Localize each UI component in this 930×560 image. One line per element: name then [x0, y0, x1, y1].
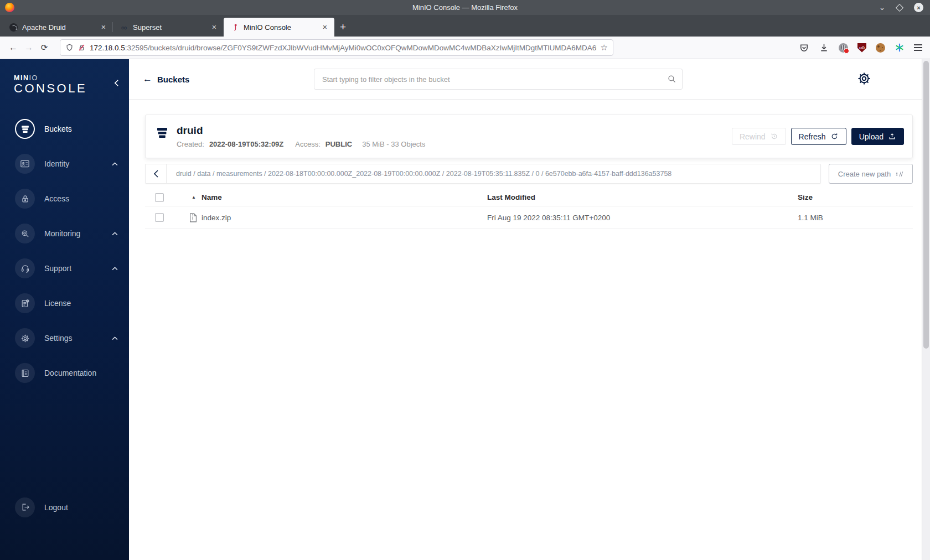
page-header: ← Buckets	[129, 59, 930, 100]
lock-icon	[15, 189, 35, 209]
bucket-summary-card: druid Created: 2022-08-19T05:32:09Z Acce…	[145, 115, 913, 158]
tab-close-icon[interactable]: ×	[100, 23, 107, 32]
select-all-checkbox[interactable]	[155, 193, 164, 202]
back-arrow-icon: ←	[143, 74, 152, 85]
object-filter	[314, 69, 683, 90]
sidebar-item-label: Support	[44, 264, 71, 273]
upload-button[interactable]: Upload	[851, 128, 904, 145]
support-headset-icon	[15, 258, 35, 278]
table-row[interactable]: index.zip Fri Aug 19 2022 08:35:11 GMT+0…	[145, 206, 913, 229]
ublock-origin-icon[interactable]: uO	[857, 43, 866, 53]
shield-icon[interactable]	[65, 43, 74, 52]
chevron-up-icon[interactable]	[112, 162, 118, 166]
sort-asc-icon[interactable]: ▲	[192, 195, 196, 200]
back-icon[interactable]: ←	[6, 43, 21, 53]
back-label: Buckets	[157, 75, 189, 84]
new-path-icon	[895, 170, 903, 178]
reload-icon[interactable]: ⟳	[37, 43, 52, 53]
breadcrumb[interactable]: druid / data / measurements / 2022-08-18…	[167, 170, 671, 178]
upload-icon	[888, 132, 896, 141]
chevron-up-icon[interactable]	[112, 336, 118, 340]
window-titlebar: MinIO Console — Mozilla Firefox ⌄ ×	[0, 0, 930, 15]
bookmark-star-icon[interactable]: ☆	[601, 43, 608, 53]
extension-icon[interactable]	[839, 43, 848, 53]
rewind-button[interactable]: Rewind	[732, 128, 786, 145]
bucket-icon	[156, 126, 169, 139]
bucket-usage-summary: 35 MiB - 33 Objects	[362, 140, 425, 148]
object-size: 1.1 MiB	[791, 214, 835, 222]
sidebar-item-logout[interactable]: Logout	[0, 490, 129, 525]
url-text[interactable]: 172.18.0.5:32595/buckets/druid/browse/ZG…	[90, 44, 597, 52]
main-panel: ← Buckets druid	[129, 59, 930, 560]
back-to-buckets-link[interactable]: ← Buckets	[143, 74, 189, 85]
column-header-name[interactable]: Name	[202, 193, 222, 201]
settings-gear-icon[interactable]	[857, 71, 871, 86]
sidebar-item-label: Identity	[44, 159, 69, 168]
new-tab-button[interactable]: +	[340, 21, 346, 33]
pocket-icon[interactable]	[799, 43, 809, 53]
tab-apache-druid[interactable]: Apache Druid ×	[2, 18, 113, 37]
objects-table: ▲ Name Last Modified Size index.zip Fri …	[145, 189, 913, 229]
window-maximize-icon[interactable]	[896, 3, 903, 11]
scrollbar[interactable]	[922, 59, 930, 560]
tab-close-icon[interactable]: ×	[210, 23, 218, 32]
druid-favicon	[9, 23, 18, 32]
license-document-icon	[15, 293, 35, 313]
refresh-icon	[830, 132, 839, 141]
downloads-icon[interactable]	[819, 43, 829, 53]
sidebar-item-settings[interactable]: Settings	[0, 321, 129, 356]
bucket-name: druid	[177, 125, 425, 137]
sidebar-item-license[interactable]: License	[0, 286, 129, 321]
chevron-up-icon[interactable]	[112, 267, 118, 271]
window-close-icon[interactable]: ×	[914, 3, 923, 12]
sidebar-item-buckets[interactable]: Buckets	[0, 112, 129, 147]
url-bar[interactable]: 172.18.0.5:32595/buckets/druid/browse/ZG…	[60, 39, 613, 56]
object-name[interactable]: index.zip	[202, 214, 231, 222]
tab-minio-console[interactable]: MinIO Console ×	[224, 18, 334, 37]
asterisk-extension-icon[interactable]	[895, 43, 905, 53]
menu-icon[interactable]	[914, 44, 922, 51]
sidebar-item-label: License	[44, 299, 71, 308]
gear-icon	[15, 328, 35, 348]
monitoring-magnifier-icon	[15, 224, 35, 243]
sidebar-item-access[interactable]: Access	[0, 182, 129, 216]
zip-file-icon	[189, 213, 197, 222]
refresh-button[interactable]: Refresh	[791, 128, 846, 145]
breadcrumb-back-button[interactable]	[146, 164, 167, 183]
bucket-icon	[15, 119, 35, 139]
column-header-size[interactable]: Size	[791, 193, 835, 201]
cookie-extension-icon[interactable]	[876, 43, 885, 53]
breadcrumb-bar: druid / data / measurements / 2022-08-18…	[145, 164, 821, 184]
tab-close-icon[interactable]: ×	[321, 23, 329, 32]
scrollbar-thumb[interactable]	[923, 61, 929, 349]
sidebar-item-support[interactable]: Support	[0, 251, 129, 286]
tab-superset[interactable]: ∞ Superset ×	[113, 18, 224, 37]
identity-card-icon	[15, 154, 35, 174]
create-new-path-button[interactable]: Create new path	[829, 164, 913, 184]
logout-icon	[15, 497, 35, 517]
search-icon	[667, 74, 676, 84]
insecure-lock-icon[interactable]	[78, 43, 86, 52]
object-filter-input[interactable]	[314, 69, 683, 90]
sidebar: MINIO CONSOLE Buckets Identity	[0, 59, 129, 560]
column-header-last-modified[interactable]: Last Modified	[487, 193, 791, 201]
sidebar-item-label: Buckets	[44, 125, 72, 133]
rewind-icon	[770, 132, 778, 141]
sidebar-item-label: Monitoring	[44, 229, 80, 238]
chevron-up-icon[interactable]	[112, 232, 118, 236]
sidebar-collapse-icon[interactable]	[114, 79, 119, 87]
forward-icon[interactable]: →	[21, 43, 37, 53]
minio-favicon	[230, 23, 239, 32]
sidebar-menu: Buckets Identity Access Monitoring	[0, 112, 129, 391]
objects-table-header: ▲ Name Last Modified Size	[145, 189, 913, 206]
access-label: Access:	[295, 140, 321, 148]
browser-toolbar: ← → ⟳ 172.18.0.5:32595/buckets/druid/bro…	[0, 37, 930, 59]
created-value: 2022-08-19T05:32:09Z	[209, 140, 283, 148]
tab-bar: Apache Druid × ∞ Superset × MinIO Consol…	[0, 15, 930, 37]
object-last-modified: Fri Aug 19 2022 08:35:11 GMT+0200	[487, 214, 791, 222]
sidebar-item-identity[interactable]: Identity	[0, 147, 129, 182]
sidebar-item-monitoring[interactable]: Monitoring	[0, 216, 129, 251]
window-minimize-icon[interactable]: ⌄	[879, 4, 885, 11]
sidebar-item-documentation[interactable]: Documentation	[0, 356, 129, 391]
row-checkbox[interactable]	[155, 213, 164, 222]
